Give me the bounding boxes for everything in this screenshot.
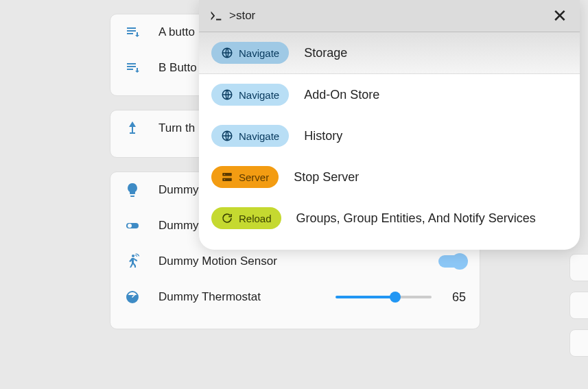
svg-point-1 <box>128 224 132 228</box>
toggle-icon <box>124 217 141 234</box>
result-label: Stop Server <box>294 170 359 185</box>
svg-point-8 <box>224 174 226 176</box>
list-row[interactable]: Dummy Thermostat 65 <box>110 279 480 315</box>
close-icon: ✕ <box>552 5 567 26</box>
svg-rect-7 <box>222 178 232 182</box>
script-icon <box>124 60 141 76</box>
reload-icon <box>221 212 233 224</box>
palette-result-reload-groups[interactable]: Reload Groups, Group Entities, And Notif… <box>199 198 580 250</box>
svg-rect-6 <box>222 173 232 176</box>
pill-label: Server <box>239 172 269 183</box>
pill-label: Navigate <box>239 47 279 59</box>
gauge-icon <box>124 289 141 305</box>
right-panel-box <box>569 329 588 357</box>
right-panel-box <box>569 254 588 281</box>
svg-point-9 <box>224 179 226 180</box>
result-label: Storage <box>304 46 347 60</box>
palette-result-addon-store[interactable]: Navigate Add-On Store <box>199 74 580 115</box>
server-pill: Server <box>211 166 279 188</box>
terminal-icon <box>209 8 224 23</box>
globe-icon <box>221 89 233 101</box>
palette-result-stop-server[interactable]: Server Stop Server <box>199 156 580 198</box>
globe-icon <box>221 130 233 142</box>
command-palette: ✕ Navigate Storage Navigate Add-On Store… <box>199 0 580 250</box>
reload-pill: Reload <box>211 207 281 229</box>
thermostat-value: 65 <box>452 290 466 305</box>
right-panel-box <box>569 292 588 319</box>
thermostat-slider[interactable] <box>336 296 432 298</box>
palette-result-storage[interactable]: Navigate Storage <box>199 32 580 74</box>
globe-icon <box>221 47 233 59</box>
svg-point-2 <box>132 255 134 257</box>
command-search-input[interactable] <box>229 9 544 23</box>
thermostat-slider-wrap: 65 <box>336 290 466 305</box>
result-label: Add-On Store <box>304 88 379 102</box>
pill-label: Navigate <box>239 89 279 101</box>
server-icon <box>221 171 233 183</box>
pill-label: Reload <box>239 213 272 224</box>
navigate-pill: Navigate <box>211 42 289 64</box>
list-label: Dummy Thermostat <box>158 290 318 304</box>
palette-result-history[interactable]: Navigate History <box>199 115 580 156</box>
motion-icon <box>124 253 141 270</box>
command-palette-header: ✕ <box>199 0 580 32</box>
navigate-pill: Navigate <box>211 84 289 106</box>
list-label: Dummy Motion Sensor <box>158 255 421 268</box>
script-icon <box>124 24 141 40</box>
result-label: History <box>304 129 342 143</box>
result-label: Groups, Group Entities, And Notify Servi… <box>296 211 536 226</box>
navigate-pill: Navigate <box>211 125 289 147</box>
lamp-icon <box>124 120 141 137</box>
pill-label: Navigate <box>239 130 279 142</box>
close-button[interactable]: ✕ <box>550 5 570 26</box>
motion-toggle[interactable] <box>438 255 466 268</box>
bulb-icon <box>124 182 141 198</box>
